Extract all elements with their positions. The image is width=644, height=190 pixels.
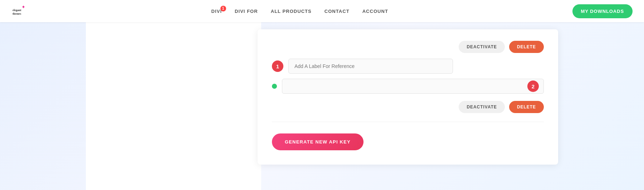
label-input[interactable]	[288, 59, 453, 74]
deactivate-button-2[interactable]: DEACTIVATE	[459, 101, 505, 113]
status-dot	[272, 84, 277, 89]
logo: elegant themes ✦	[11, 3, 27, 19]
api-key-input-wrapper: 2	[282, 79, 544, 94]
label-input-row: 1	[272, 59, 544, 74]
generate-api-key-button[interactable]: GENERATE NEW API KEY	[272, 133, 364, 150]
row1-actions: DEACTIVATE DELETE	[272, 41, 544, 53]
step-badge-1: 1	[272, 60, 283, 72]
main-nav: DIVI 1 DIVI FOR ALL PRODUCTS CONTACT ACC…	[211, 9, 388, 14]
step-badge-2: 2	[527, 81, 539, 92]
main-content: DEACTIVATE DELETE 1 2 DEACTIVATE DELETE …	[0, 22, 644, 190]
svg-text:themes: themes	[13, 12, 21, 15]
api-key-input[interactable]	[282, 79, 544, 94]
divi-badge: 1	[220, 6, 226, 11]
nav-item-account[interactable]: ACCOUNT	[362, 9, 388, 14]
nav-item-contact[interactable]: CONTACT	[325, 9, 350, 14]
elegant-themes-logo: elegant themes ✦	[11, 3, 27, 19]
nav-item-divi-for[interactable]: DIVI FOR	[235, 9, 258, 14]
delete-button-2[interactable]: DELETE	[509, 101, 544, 113]
svg-text:elegant: elegant	[13, 9, 21, 12]
row2-actions: DEACTIVATE DELETE	[272, 101, 544, 113]
api-key-input-row: 2	[272, 79, 544, 94]
delete-button-1[interactable]: DELETE	[509, 41, 544, 53]
svg-text:✦: ✦	[21, 4, 25, 10]
api-keys-card: DEACTIVATE DELETE 1 2 DEACTIVATE DELETE …	[258, 29, 558, 165]
left-panel	[86, 22, 261, 190]
my-downloads-button[interactable]: MY DOWNLOADS	[572, 4, 633, 18]
card-divider	[272, 122, 544, 122]
nav-item-all-products[interactable]: ALL PRODUCTS	[271, 9, 312, 14]
nav-item-divi[interactable]: DIVI 1	[211, 9, 222, 14]
deactivate-button-1[interactable]: DEACTIVATE	[459, 41, 505, 53]
header: elegant themes ✦ DIVI 1 DIVI FOR ALL PRO…	[0, 0, 644, 22]
